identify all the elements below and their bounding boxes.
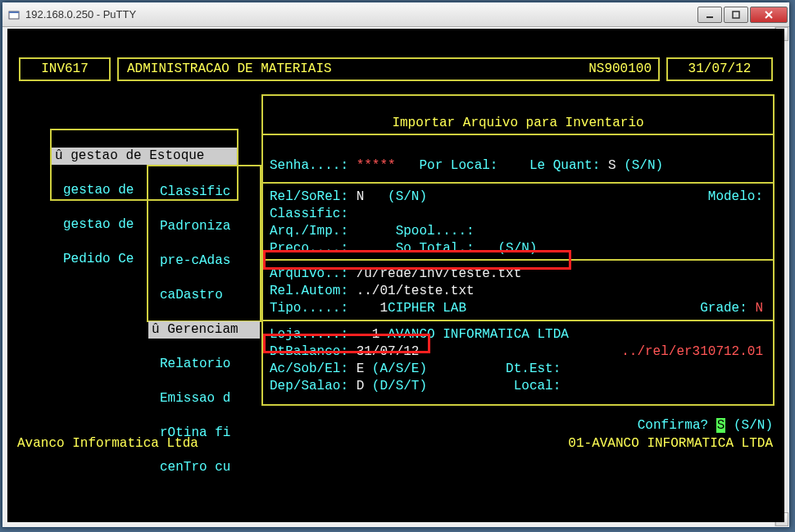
senha-label: Senha....: — [270, 158, 348, 173]
modelo-label: Modelo: — [708, 189, 763, 206]
acsobel-value[interactable]: E — [357, 361, 365, 376]
menu2-item[interactable]: Classific — [148, 184, 260, 201]
menu2-item[interactable]: Padroniza — [148, 218, 260, 235]
putty-icon — [7, 8, 20, 21]
window-title: 192.168.0.250 - PuTTY — [25, 8, 696, 20]
menu1-selected[interactable]: û gestao de Estoque — [52, 148, 237, 165]
tipo-value[interactable]: 1 — [379, 301, 388, 316]
panel-title: Importar Arquivo para Inventario — [263, 113, 773, 135]
le-quant-value[interactable]: S — [608, 158, 616, 173]
maximize-button[interactable] — [724, 7, 748, 23]
menu-level-2: Classific Padroniza pre-cAdas caDastro û… — [147, 165, 261, 322]
relautom-label: Rel.Autom: — [270, 284, 348, 298]
header-code: INV617 — [19, 57, 111, 81]
spool-label: Spool....: — [396, 224, 475, 239]
acsobel-hint: (A/S/E) — [372, 361, 427, 376]
header-title-box: ADMINISTRACAO DE MATERIAISNS900100 — [117, 57, 660, 81]
loja-name: AVANCO INFORMATICA LTDA — [388, 327, 569, 342]
loja-value[interactable]: 1 — [372, 327, 380, 342]
relsorel-value[interactable]: N — [357, 189, 365, 204]
menu2-selected[interactable]: û Gerenciam — [148, 321, 260, 339]
terminal[interactable]: INV617 ADMINISTRACAO DE MATERIAISNS90010… — [7, 29, 784, 522]
dtbalanco-value[interactable]: 31/07/12 — [357, 344, 420, 359]
menu2-item[interactable]: pre-cAdas — [148, 252, 260, 270]
header-title: ADMINISTRACAO DE MATERIAIS — [127, 61, 332, 76]
dtbalanco-label: DtBalanco: — [270, 344, 348, 359]
menu2-item[interactable]: Relatorio — [148, 356, 260, 373]
tipo-name: CIPHER LAB — [388, 301, 466, 316]
por-local-label: Por Local: — [419, 158, 497, 173]
preco-label: Preco....: — [270, 241, 348, 256]
local-label: Local: — [514, 379, 561, 393]
tipo-label: Tipo.....: — [270, 301, 348, 316]
confirm-label: Confirma? — [638, 418, 708, 433]
le-quant-label: Le Quant: — [529, 158, 600, 173]
header-date: 31/07/12 — [666, 57, 773, 81]
footer-right: 01-AVANCO INFORMATICA LTDA — [568, 435, 773, 452]
loja-label: Loja.....: — [270, 327, 348, 342]
main-panel: Importar Arquivo para Inventario Senha..… — [261, 94, 775, 406]
sototal-label: So Total.: — [396, 241, 475, 256]
header-session: NS900100 — [588, 61, 652, 78]
relautom-value[interactable]: ../01/teste.txt — [357, 284, 475, 298]
relsorel-label: Rel/SoRel: — [270, 189, 348, 204]
confirm-value[interactable]: S — [716, 418, 726, 433]
dtest-label: Dt.Est: — [506, 361, 561, 376]
sototal-hint: (S/N) — [497, 241, 537, 256]
footer-left: Avanco Informatica Ltda — [17, 435, 198, 452]
arquivo-label: Arquivo..: — [270, 266, 348, 281]
minimize-button[interactable] — [697, 7, 722, 23]
arquivo-value[interactable]: /u/rede/inv/teste.txt — [357, 266, 522, 281]
menu2-item[interactable]: Emissao d — [148, 390, 260, 407]
close-button[interactable] — [750, 7, 788, 23]
err-file: ../rel/er310712.01 — [621, 343, 763, 361]
depsalao-value[interactable]: D — [357, 379, 365, 393]
arqimp-label: Arq./Imp.: — [270, 224, 348, 239]
confirm-prompt: Confirma? S (S/N) — [638, 417, 773, 434]
depsalao-hint: (D/S/T) — [372, 379, 427, 393]
confirm-hint: (S/N) — [734, 418, 773, 433]
le-quant-hint: (S/N) — [624, 158, 663, 173]
menu2-item[interactable]: caDastro — [148, 287, 260, 304]
relsorel-hint: (S/N) — [388, 189, 427, 204]
grade-value[interactable]: N — [755, 301, 763, 316]
app-window: 192.168.0.250 - PuTTY ▲ ▼ INV617 ADMINIS… — [2, 2, 790, 528]
senha-value[interactable]: ***** — [357, 158, 396, 173]
classific-label: Classific: — [270, 206, 348, 223]
menu2-item[interactable]: cenTro cu — [148, 459, 260, 476]
acsobel-label: Ac/Sob/El: — [270, 361, 348, 376]
grade-label: Grade: — [700, 301, 747, 316]
svg-rect-1 — [9, 11, 19, 13]
svg-rect-3 — [733, 11, 739, 18]
depsalao-label: Dep/Salao: — [270, 379, 348, 393]
titlebar[interactable]: 192.168.0.250 - PuTTY — [2, 2, 789, 27]
